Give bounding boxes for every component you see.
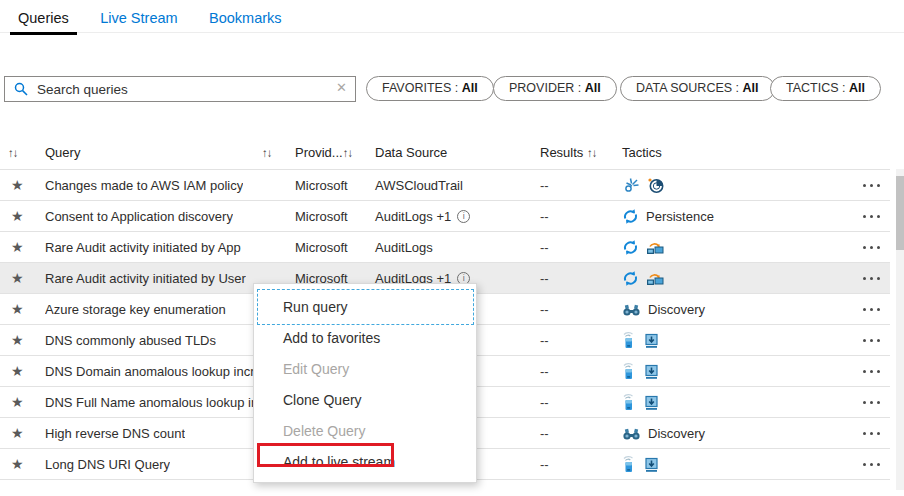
tactics-cell [622, 356, 660, 387]
favorite-star-icon[interactable]: ★ [11, 232, 24, 263]
monitors-arrow-icon [646, 240, 664, 256]
tactics-cell [622, 170, 664, 201]
filter-provider[interactable]: PROVIDER : All [493, 76, 617, 101]
favorite-star-icon[interactable]: ★ [11, 356, 24, 387]
results-value: -- [540, 170, 549, 201]
favorite-star-icon[interactable]: ★ [11, 418, 24, 449]
favorite-star-icon[interactable]: ★ [11, 263, 24, 294]
sort-icon[interactable]: ↑↓ [343, 147, 353, 159]
query-name: Changes made to AWS IAM policy [45, 170, 243, 201]
sort-icon[interactable]: ↑↓ [262, 138, 272, 168]
scrollbar-thumb[interactable] [896, 176, 904, 250]
row-more-button[interactable] [856, 325, 886, 356]
row-more-button[interactable] [856, 294, 886, 325]
filter-tactics[interactable]: TACTICS : All [770, 76, 881, 101]
sort-icon[interactable]: ↑↓ [587, 147, 597, 159]
favorite-star-icon[interactable]: ★ [11, 449, 24, 480]
download-tray-icon [643, 394, 660, 411]
sort-icon[interactable]: ↑↓ [8, 138, 18, 168]
query-name: Rare Audit activity initiated by App [45, 232, 241, 263]
favorite-star-icon[interactable]: ★ [11, 201, 24, 232]
row-more-button[interactable] [856, 418, 886, 449]
filter-data-sources[interactable]: DATA SOURCES : All [620, 76, 775, 101]
sync-arrows-icon [622, 208, 639, 225]
row-more-button[interactable] [856, 201, 886, 232]
column-header-provider[interactable]: Provid...↑↓ [295, 138, 352, 168]
clear-search-icon[interactable]: ✕ [336, 80, 347, 95]
results-value: -- [540, 356, 549, 387]
filter-provider-label: PROVIDER [509, 81, 574, 95]
filter-data-sources-label: DATA SOURCES [636, 81, 732, 95]
table-row[interactable]: ★Consent to Application discoveryMicroso… [0, 201, 890, 232]
search-input[interactable] [4, 76, 356, 102]
vertical-scrollbar[interactable] [896, 169, 904, 490]
query-name: DNS Full Name anomalous lookup increase [45, 387, 260, 418]
table-row[interactable]: ★Rare Audit activity initiated by AppMic… [0, 232, 890, 263]
filter-data-sources-value: All [743, 81, 759, 95]
query-name: Rare Audit activity initiated by User [45, 263, 246, 294]
table-header: ↑↓ Query ↑↓ Provid...↑↓ Data Source Resu… [0, 138, 890, 169]
download-tray-icon [643, 456, 660, 473]
results-value: -- [540, 201, 549, 232]
filter-favorites[interactable]: FAVORITES : All [366, 76, 494, 101]
download-tray-icon [643, 332, 660, 349]
tactics-cell [622, 387, 660, 418]
data-source-value: AuditLogs +1i [375, 201, 470, 232]
row-more-button[interactable] [856, 170, 886, 201]
info-icon[interactable]: i [457, 210, 470, 223]
filter-separator: : [451, 81, 461, 95]
results-value: -- [540, 387, 549, 418]
row-more-button[interactable] [856, 232, 886, 263]
results-value: -- [540, 325, 549, 356]
mobile-signal-icon [622, 456, 636, 473]
row-more-button[interactable] [856, 449, 886, 480]
column-header-provider-label: Provid... [295, 145, 343, 160]
tactics-cell [622, 263, 664, 294]
tactics-cell: Persistence [622, 201, 714, 232]
provider-value: Microsoft [295, 232, 348, 263]
filter-provider-value: All [585, 81, 601, 95]
row-more-button[interactable] [856, 387, 886, 418]
query-name: Long DNS URI Query [45, 449, 170, 480]
binoculars-icon [622, 303, 641, 317]
tabstrip: Queries Live Stream Bookmarks [10, 8, 301, 33]
column-header-tactics: Tactics [622, 138, 662, 168]
favorite-star-icon[interactable]: ★ [11, 294, 24, 325]
row-more-button[interactable] [856, 356, 886, 387]
sync-arrows-icon [622, 239, 639, 256]
column-header-query[interactable]: Query [45, 138, 80, 168]
favorite-star-icon[interactable]: ★ [11, 325, 24, 356]
results-value: -- [540, 418, 549, 449]
tactic-label: Discovery [648, 418, 705, 449]
menu-item-run-query[interactable]: Run query [254, 292, 476, 323]
search-box: ✕ [4, 76, 356, 102]
search-icon [14, 82, 28, 96]
favorite-star-icon[interactable]: ★ [11, 387, 24, 418]
query-name: DNS Domain anomalous lookup increase [45, 356, 260, 387]
column-header-results-label: Results [540, 145, 583, 160]
starburst-icon [622, 177, 640, 194]
tab-queries[interactable]: Queries [10, 8, 77, 35]
filter-tactics-label: TACTICS [786, 81, 839, 95]
sync-arrows-icon [622, 270, 639, 287]
provider-value: Microsoft [295, 201, 348, 232]
results-value: -- [540, 263, 549, 294]
menu-item-add-to-live-stream[interactable]: Add to live stream [254, 447, 476, 478]
mobile-signal-icon [622, 363, 636, 380]
tab-bookmarks[interactable]: Bookmarks [201, 8, 290, 32]
column-header-data-source[interactable]: Data Source [375, 138, 447, 168]
filter-separator: : [732, 81, 742, 95]
row-context-menu: Run query Add to favorites Edit Query Cl… [253, 283, 477, 483]
menu-item-add-to-favorites[interactable]: Add to favorites [254, 323, 476, 354]
provider-value: Microsoft [295, 170, 348, 201]
tactic-label: Discovery [648, 294, 705, 325]
filter-tactics-value: All [849, 81, 865, 95]
row-more-button[interactable] [856, 263, 886, 294]
table-row[interactable]: ★Changes made to AWS IAM policyMicrosoft… [0, 170, 890, 201]
column-header-results[interactable]: Results ↑↓ [540, 138, 596, 168]
data-source-value: AuditLogs [375, 232, 433, 263]
favorite-star-icon[interactable]: ★ [11, 170, 24, 201]
tab-live-stream[interactable]: Live Stream [92, 8, 185, 32]
menu-item-clone-query[interactable]: Clone Query [254, 385, 476, 416]
tactics-cell [622, 232, 664, 263]
